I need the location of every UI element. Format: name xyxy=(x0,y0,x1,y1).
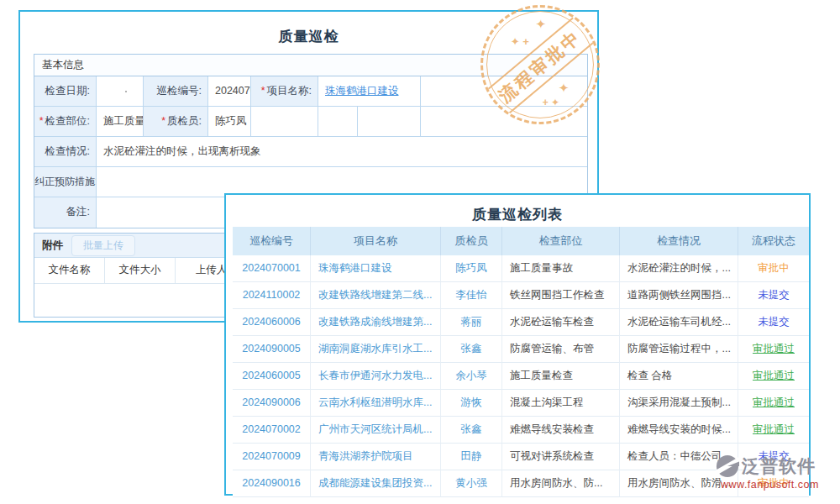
table-row: 2024060005 长春市伊通河水力发电... 余小琴 施工质量检查 检查 合… xyxy=(233,363,809,390)
inspector-field[interactable]: 陈巧凤 xyxy=(208,107,251,137)
attachment-col-filesize: 文件大小 xyxy=(105,258,176,283)
situation-cell: 道路两侧铁丝网围挡... xyxy=(620,282,738,309)
date-placeholder-dot xyxy=(125,91,127,92)
form-empty-cell xyxy=(318,107,358,137)
status-badge: 未提交 xyxy=(758,289,790,301)
inspector-link[interactable]: 蒋丽 xyxy=(461,316,482,328)
status-badge: 审批通过 xyxy=(753,370,795,381)
part-cell: 用水房间防水、防... xyxy=(502,470,620,497)
inspector-label: *质检员: xyxy=(144,107,208,137)
form-empty-cell xyxy=(251,107,318,137)
inspector-link[interactable]: 游恢 xyxy=(461,396,482,408)
part-cell: 混凝土沟渠工程 xyxy=(502,390,620,417)
project-label: *项目名称: xyxy=(251,76,318,107)
project-link[interactable]: 成都能源建设集团投资... xyxy=(318,477,432,489)
basic-info-section-header: 基本信息 xyxy=(34,55,587,76)
batch-upload-button[interactable]: 批量上传 xyxy=(71,235,135,256)
inspector-link[interactable]: 张鑫 xyxy=(461,423,482,435)
part-cell: 施工质量事故 xyxy=(502,255,620,282)
part-cell: 水泥砼运输车检查 xyxy=(502,309,620,336)
inspector-link[interactable]: 黄小强 xyxy=(455,477,487,489)
inspector-link[interactable]: 陈巧凤 xyxy=(455,262,487,274)
inspection-no-link[interactable]: 2024070001 xyxy=(242,262,301,274)
form-empty-cell xyxy=(358,107,421,137)
inspection-list-panel: 质量巡检列表 巡检编号 项目名称 质检员 检查部位 检查情况 流程状态 2024… xyxy=(224,193,811,496)
table-row: 2024070002 广州市天河区统计局机... 张鑫 难燃导线安装检查 难燃导… xyxy=(233,417,809,444)
form-row-1: 检查日期: 巡检编号: 202407000 *项目名称: 珠海鹤港口建设 xyxy=(34,76,587,107)
table-row: 2024090005 湖南洞庭湖水库引水工... 张鑫 防腐管运输、布管 防腐管… xyxy=(233,336,809,363)
required-mark: * xyxy=(161,115,165,127)
project-link[interactable]: 长春市伊通河水力发电... xyxy=(318,370,432,381)
situation-field[interactable]: 水泥砼灌注的时候，出现离析现象 xyxy=(97,137,587,167)
col-header-part: 检查部位 xyxy=(502,227,620,255)
col-header-situation: 检查情况 xyxy=(620,227,738,255)
form-title: 质量巡检 xyxy=(20,27,597,46)
situation-cell: 沟渠采用混凝土预制... xyxy=(620,390,738,417)
col-header-project: 项目名称 xyxy=(311,227,441,255)
inspection-no-label: 巡检编号: xyxy=(144,76,208,107)
table-row: 2024110002 改建铁路线增建第二线... 李佳怡 铁丝网围挡工作检查 道… xyxy=(233,282,809,309)
project-link[interactable]: 改建铁路线增建第二线... xyxy=(318,289,432,301)
fanpu-logo-icon xyxy=(716,454,739,478)
inspection-no-link[interactable]: 2024060005 xyxy=(242,370,301,381)
situation-cell: 检查 合格 xyxy=(620,363,738,390)
attachment-col-filename: 文件名称 xyxy=(34,258,105,283)
inspection-no-field[interactable]: 202407000 xyxy=(208,76,251,107)
situation-cell: 水泥砼运输车司机经... xyxy=(620,309,738,336)
table-row: 2024090006 云南水利枢纽潜明水库... 游恢 混凝土沟渠工程 沟渠采用… xyxy=(233,390,809,417)
logo-url: www.fanpusoft.com xyxy=(721,479,840,491)
inspector-link[interactable]: 田静 xyxy=(461,450,482,462)
situation-cell: 水泥砼灌注的时候，... xyxy=(620,255,738,282)
project-link[interactable]: 改建铁路成渝线增建第... xyxy=(318,316,432,328)
date-field[interactable] xyxy=(97,76,144,107)
situation-cell: 难燃导线安装的时候... xyxy=(620,417,738,444)
situation-cell: 防腐管运输过程中，... xyxy=(620,336,738,363)
part-cell: 防腐管运输、布管 xyxy=(502,336,620,363)
status-badge: 未提交 xyxy=(758,316,790,328)
part-field[interactable]: 施工质量事 xyxy=(97,107,144,137)
inspector-link[interactable]: 张鑫 xyxy=(461,343,482,354)
date-label: 检查日期: xyxy=(34,76,97,107)
table-row: 2024070001 珠海鹤港口建设 陈巧凤 施工质量事故 水泥砼灌注的时候，.… xyxy=(233,255,809,282)
project-link[interactable]: 青海洪湖养护院项目 xyxy=(318,450,413,462)
part-cell: 难燃导线安装检查 xyxy=(502,417,620,444)
table-row: 2024060006 改建铁路成渝线增建第... 蒋丽 水泥砼运输车检查 水泥砼… xyxy=(233,309,809,336)
project-link[interactable]: 广州市天河区统计局机... xyxy=(318,423,432,435)
list-table-header: 巡检编号 项目名称 质检员 检查部位 检查情况 流程状态 xyxy=(233,227,809,255)
inspection-no-link[interactable]: 2024090005 xyxy=(242,343,301,354)
logo-text: 泛普软件 xyxy=(742,454,816,478)
form-row-2: *检查部位: 施工质量事 *质检员: 陈巧凤 xyxy=(34,107,587,137)
remark-label: 备注: xyxy=(34,197,97,228)
attachment-label: 附件 xyxy=(42,239,63,253)
col-header-inspector: 质检员 xyxy=(441,227,502,255)
col-header-status: 流程状态 xyxy=(738,227,809,255)
part-cell: 铁丝网围挡工作检查 xyxy=(502,282,620,309)
part-label: *检查部位: xyxy=(34,107,97,137)
col-header-inspection-no: 巡检编号 xyxy=(233,227,311,255)
inspection-no-link[interactable]: 2024090006 xyxy=(242,396,301,408)
part-cell: 可视对讲系统检查 xyxy=(502,444,620,470)
status-badge: 审批中 xyxy=(758,262,790,274)
project-field[interactable]: 珠海鹤港口建设 xyxy=(318,76,421,107)
status-badge: 审批通过 xyxy=(753,423,795,435)
form-empty-cell xyxy=(421,107,587,137)
measures-label: 纠正预防措施: xyxy=(34,167,97,197)
inspection-no-link[interactable]: 2024060006 xyxy=(242,316,301,328)
project-link[interactable]: 珠海鹤港口建设 xyxy=(318,262,392,274)
form-row-3: 检查情况: 水泥砼灌注的时候，出现离析现象 xyxy=(34,137,587,167)
project-link[interactable]: 珠海鹤港口建设 xyxy=(325,85,399,97)
inspection-no-link[interactable]: 2024110002 xyxy=(243,289,301,301)
situation-label: 检查情况: xyxy=(34,137,97,167)
inspection-no-link[interactable]: 2024070002 xyxy=(242,423,301,435)
project-link[interactable]: 云南水利枢纽潜明水库... xyxy=(318,396,432,408)
inspector-link[interactable]: 李佳怡 xyxy=(455,289,487,301)
inspection-no-link[interactable]: 2024090016 xyxy=(242,477,301,489)
inspector-link[interactable]: 余小琴 xyxy=(455,370,487,381)
form-empty-cell xyxy=(421,76,587,107)
fanpu-logo: 泛普软件 www.fanpusoft.com xyxy=(716,454,840,491)
project-link[interactable]: 湖南洞庭湖水库引水工... xyxy=(318,343,432,354)
status-badge: 审批通过 xyxy=(753,396,795,408)
required-mark: * xyxy=(39,115,44,127)
part-cell: 施工质量检查 xyxy=(502,363,620,390)
inspection-no-link[interactable]: 2024070009 xyxy=(242,450,301,462)
